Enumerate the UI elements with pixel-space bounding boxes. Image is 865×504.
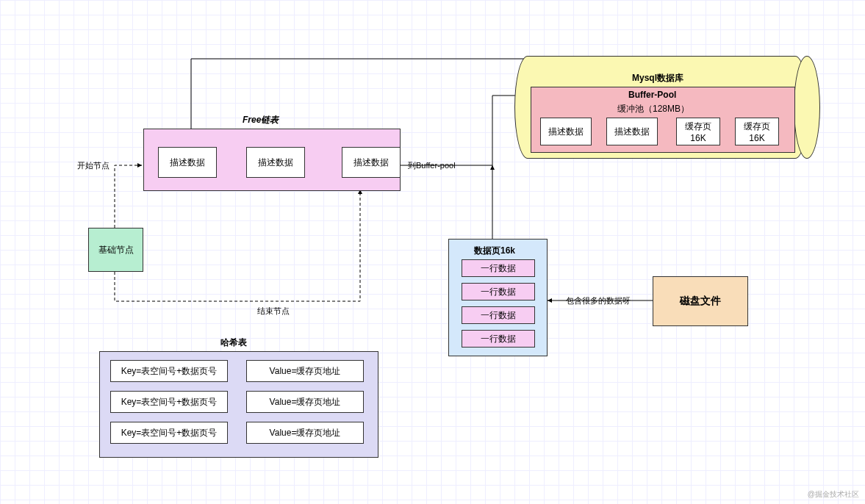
pool-b1: 描述数据 xyxy=(606,118,658,145)
pool-b2: 缓存页 16K xyxy=(676,118,720,145)
dp-row0: 一行数据 xyxy=(462,259,535,277)
cylinder-cap xyxy=(794,56,820,159)
hash-v2: Value=缓存页地址 xyxy=(246,422,364,444)
base-node: 基础节点 xyxy=(88,228,143,272)
dp-row3: 一行数据 xyxy=(462,330,535,348)
free-node-1: 描述数据 xyxy=(246,147,305,178)
to-buffer-label: 到Buffer-pool xyxy=(408,160,456,171)
free-list-title: Free链表 xyxy=(243,114,279,126)
hash-v0: Value=缓存页地址 xyxy=(246,360,364,382)
free-node-2: 描述数据 xyxy=(342,147,401,178)
pool-b0: 描述数据 xyxy=(540,118,592,145)
disk-file: 磁盘文件 xyxy=(653,276,748,326)
dp-row1: 一行数据 xyxy=(462,283,535,300)
start-node-label: 开始节点 xyxy=(77,160,110,171)
datapage-title: 数据页16k xyxy=(474,245,515,257)
hash-k0: Key=表空间号+数据页号 xyxy=(110,360,228,382)
hash-k2: Key=表空间号+数据页号 xyxy=(110,422,228,444)
pool-title: Buffer-Pool xyxy=(628,90,676,100)
dp-row2: 一行数据 xyxy=(462,306,535,324)
pool-b3: 缓存页 16K xyxy=(735,118,779,145)
hash-title: 哈希表 xyxy=(220,336,247,349)
hash-k1: Key=表空间号+数据页号 xyxy=(110,391,228,413)
free-node-0: 描述数据 xyxy=(158,147,217,178)
mysql-title: Mysql数据库 xyxy=(632,72,683,84)
hash-v1: Value=缓存页地址 xyxy=(246,391,364,413)
end-node-label: 结束节点 xyxy=(257,306,290,317)
watermark: @掘金技术社区 xyxy=(808,489,859,500)
disk-edge-label: 包含很多的数据呀 xyxy=(566,295,631,306)
pool-subtitle: 缓冲池（128MB） xyxy=(617,103,689,115)
